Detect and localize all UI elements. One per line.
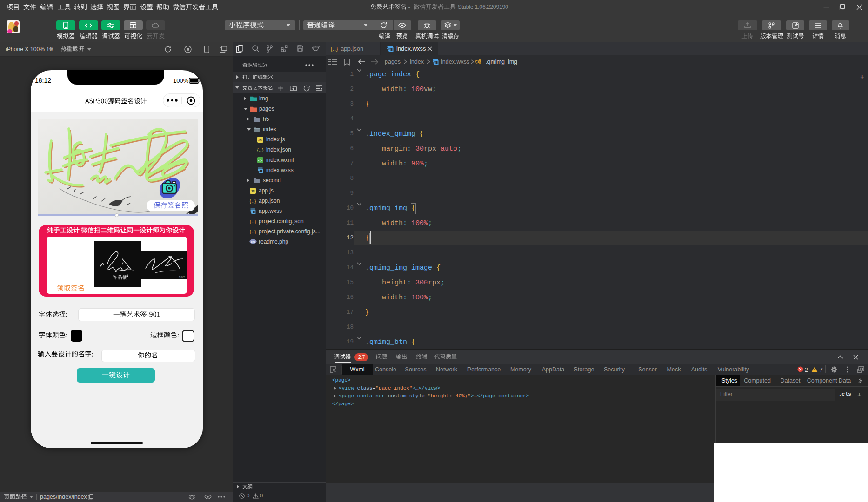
- svg-text:php: php: [251, 240, 256, 243]
- svg-text:JS: JS: [258, 138, 262, 142]
- svg-text:{..}: {..}: [331, 47, 338, 52]
- svg-text:{..}: {..}: [257, 148, 264, 153]
- svg-text:JS: JS: [251, 189, 255, 193]
- svg-text:{..}: {..}: [250, 230, 256, 235]
- svg-text:{..}: {..}: [250, 199, 256, 204]
- svg-text:{..}: {..}: [250, 220, 256, 225]
- svg-text:<>: <>: [258, 158, 263, 162]
